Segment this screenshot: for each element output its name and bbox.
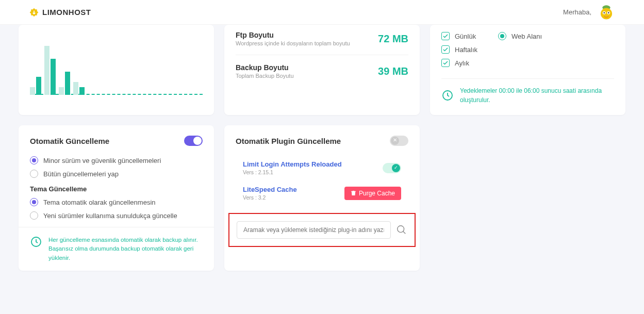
backup-settings-card: Günlük Haftalık Aylık Web Alanı — [430, 25, 625, 115]
auto-update-toggle[interactable]: ✓ — [184, 136, 203, 146]
plugin-version: Vers : 2.15.1 — [243, 169, 342, 175]
storage-row-ftp: Ftp Boyutu Wordpress içinde ki dosyaları… — [236, 29, 408, 55]
logo-icon — [29, 7, 39, 18]
plugin-search-input[interactable] — [237, 221, 391, 239]
radio-theme-auto[interactable]: Yeni sürümler kullanıma sunuldukça günce… — [30, 211, 203, 220]
backup-info: Yedeklemeler 00:00 ile 06:00 sunucu saat… — [441, 78, 614, 105]
backup-size-value: 39 MB — [378, 65, 408, 77]
radio-all[interactable]: Bütün güncellemeleri yap — [30, 170, 203, 178]
purge-cache-button[interactable]: Purge Cache — [344, 187, 401, 200]
ftp-size-value: 72 MB — [378, 33, 408, 45]
backup-scope-column: Web Alanı — [498, 32, 542, 72]
radio-theme-no-update[interactable]: Tema otomatik olarak güncellenmesin — [30, 198, 203, 206]
check-icon — [441, 32, 450, 40]
radio-icon — [30, 170, 38, 178]
plugin-name[interactable]: Limit Login Attempts Reloaded — [243, 160, 342, 168]
plugin-toggle[interactable]: ✓ — [383, 163, 401, 173]
backup-size-label: Backup Boyutu — [236, 63, 294, 72]
chart-baseline — [30, 94, 203, 95]
auto-update-card: Otomatik Güncelleme ✓ Minor sürüm ve güv… — [19, 125, 214, 271]
plugin-row: Limit Login Attempts Reloaded Vers : 2.1… — [243, 155, 401, 180]
plugin-version: Vers : 3.2 — [243, 194, 297, 201]
radio-minor[interactable]: Minor sürüm ve güvenlik güncellemeleri — [30, 156, 203, 164]
header-right: Merhaba, — [563, 4, 615, 21]
auto-update-title: Otomatik Güncelleme — [30, 137, 109, 145]
trash-icon — [351, 190, 356, 196]
avatar[interactable] — [598, 4, 615, 21]
radio-icon — [30, 198, 38, 206]
brand-logo[interactable]: LIMONHOST — [29, 7, 91, 18]
radio-web-area[interactable]: Web Alanı — [498, 32, 542, 40]
radio-icon — [498, 32, 506, 40]
clock-icon — [30, 236, 42, 248]
check-icon — [441, 45, 450, 54]
radio-icon — [30, 156, 38, 164]
check-icon — [441, 59, 450, 67]
plugin-row: LiteSpeed Cache Vers : 3.2 Purge Cache — [243, 180, 401, 206]
svg-point-4 — [603, 12, 605, 13]
auto-update-footer: Her güncelleme esnasında otomatik olarak… — [19, 227, 214, 271]
theme-update-title: Tema Güncelleme — [30, 185, 203, 193]
plugin-update-card: Otomatik Plugin Güncelleme ✕ Limit Login… — [224, 125, 420, 271]
svg-point-5 — [608, 12, 609, 13]
checkbox-daily[interactable]: Günlük — [441, 32, 477, 40]
storage-card: Ftp Boyutu Wordpress içinde ki dosyaları… — [224, 25, 420, 115]
ftp-size-sub: Wordpress içinde ki dosyaların toplam bo… — [236, 40, 350, 46]
brand-bold: HOST — [69, 8, 91, 16]
checkbox-monthly[interactable]: Aylık — [441, 59, 477, 67]
storage-row-backup: Backup Boyutu Toplam Backup Boyutu 39 MB — [236, 55, 408, 87]
clock-icon — [441, 89, 454, 102]
empty-slot — [430, 125, 625, 271]
usage-chart — [30, 33, 203, 95]
plugin-update-title: Otomatik Plugin Güncelleme — [236, 137, 341, 145]
app-header: LIMONHOST Merhaba, — [0, 0, 644, 25]
plugin-search-wrap — [228, 213, 416, 247]
backup-size-sub: Toplam Backup Boyutu — [236, 73, 294, 79]
search-icon[interactable] — [396, 224, 407, 236]
brand-prefix: LIMON — [42, 8, 69, 16]
ftp-size-label: Ftp Boyutu — [236, 31, 350, 39]
radio-icon — [30, 211, 38, 220]
svg-point-1 — [601, 8, 612, 19]
plugin-update-toggle[interactable]: ✕ — [390, 136, 408, 146]
greeting-text: Merhaba, — [563, 8, 591, 16]
checkbox-weekly[interactable]: Haftalık — [441, 45, 477, 54]
plugin-name[interactable]: LiteSpeed Cache — [243, 186, 297, 193]
backup-frequency-column: Günlük Haftalık Aylık — [441, 32, 477, 72]
usage-chart-card — [19, 25, 214, 115]
svg-point-8 — [398, 226, 404, 233]
